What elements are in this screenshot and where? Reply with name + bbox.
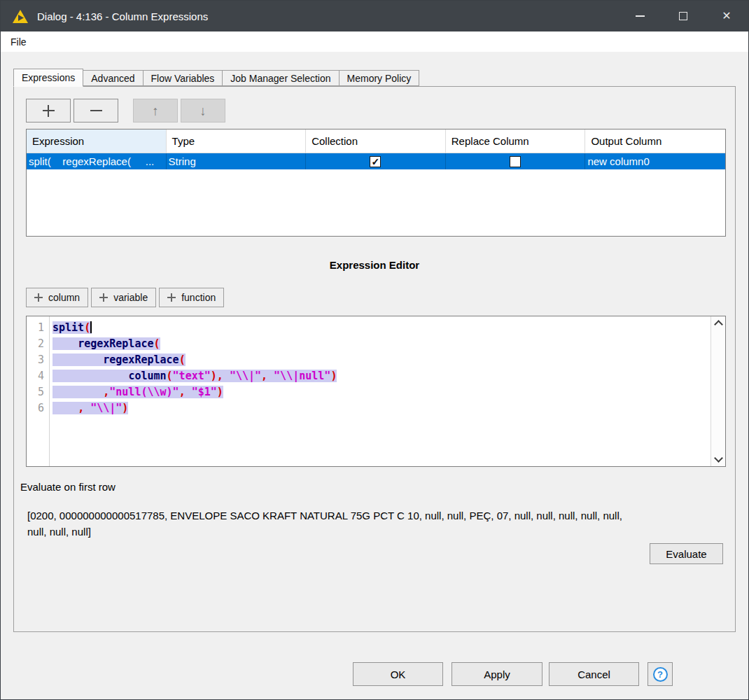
expressions-table: Expression Type Collection Replace Colum… [26,129,726,237]
add-function-label: function [181,292,216,303]
replace-column-checkbox[interactable] [510,156,521,167]
tab-flow-variables[interactable]: Flow Variables [143,70,223,86]
move-up-button[interactable]: ↑ [133,99,178,122]
window-controls: ✕ [618,1,748,31]
knime-node-icon [12,9,29,24]
line-number: 1 [27,320,44,336]
column-header-collection[interactable]: Collection [306,130,446,153]
add-variable-label: variable [113,292,148,303]
tab-memory-policy[interactable]: Memory Policy [339,70,420,86]
apply-button[interactable]: Apply [451,662,542,686]
insert-buttons-row: column variable function [26,288,723,307]
table-row[interactable]: split( regexReplace( ... String new colu… [27,153,725,169]
question-icon: ? [653,667,668,682]
add-variable-button[interactable]: variable [91,288,156,307]
title-bar: Dialog - 4:136 - Column Expressions ✕ [1,1,748,31]
collection-checkbox[interactable] [370,156,381,167]
maximize-icon [679,12,687,20]
tab-panel-expressions: ↑ ↓ Expression Type Collection Replace C… [13,86,736,632]
line-number-gutter: 123456 [27,316,50,466]
editor-scrollbar[interactable] [710,316,725,466]
move-down-button[interactable]: ↓ [181,99,225,122]
column-header-type[interactable]: Type [167,130,307,153]
chevron-down-icon[interactable] [714,454,723,463]
expressions-toolbar: ↑ ↓ [26,99,723,122]
code-line[interactable]: regexReplace( [52,336,710,352]
code-line[interactable]: ,"null(\\w)", "$1") [52,384,710,400]
table-empty-area [27,169,725,236]
minimize-icon [636,15,645,17]
column-header-replace-column[interactable]: Replace Column [446,130,586,153]
add-expression-button[interactable] [26,99,71,122]
evaluate-button[interactable]: Evaluate [650,543,723,564]
cancel-button[interactable]: Cancel [549,662,639,686]
close-button[interactable]: ✕ [705,1,748,31]
tab-advanced[interactable]: Advanced [83,70,143,86]
code-line[interactable]: , "\\|") [52,400,710,416]
cell-collection [306,153,446,169]
plus-icon [99,293,108,302]
chevron-up-icon[interactable] [714,320,723,329]
cell-output-column[interactable]: new column0 [585,153,725,169]
minimize-button[interactable] [618,1,662,31]
plus-icon [34,293,43,302]
code-area[interactable]: split( regexReplace( regexReplace( colum… [50,316,710,466]
line-number: 3 [27,352,44,368]
add-function-button[interactable]: function [159,288,224,307]
code-editor: 123456 split( regexReplace( regexReplace… [26,316,726,467]
code-line[interactable]: regexReplace( [52,352,710,368]
line-number: 4 [27,368,44,384]
expression-editor-heading: Expression Editor [26,259,723,271]
line-number: 5 [27,384,44,400]
minus-icon [90,110,102,111]
cell-expression[interactable]: split( regexReplace( ... [27,153,167,169]
add-column-label: column [48,292,80,303]
plus-icon [167,293,176,302]
cell-replace-column [446,153,586,169]
line-number: 6 [27,400,44,416]
arrow-up-icon: ↑ [152,104,159,118]
cell-type[interactable]: String [167,153,307,169]
column-header-output-column[interactable]: Output Column [585,130,725,153]
tab-bar: ExpressionsAdvancedFlow VariablesJob Man… [13,68,736,86]
table-header: Expression Type Collection Replace Colum… [27,130,725,153]
remove-expression-button[interactable] [74,99,118,122]
line-number: 2 [27,336,44,352]
window-title: Dialog - 4:136 - Column Expressions [37,10,618,22]
evaluate-on-first-row-label: Evaluate on first row [20,481,723,493]
dialog-window: Dialog - 4:136 - Column Expressions ✕ Fi… [0,0,749,700]
arrow-down-icon: ↓ [200,104,206,118]
add-column-button[interactable]: column [26,288,88,307]
tab-job-manager-selection[interactable]: Job Manager Selection [222,70,339,86]
tab-expressions[interactable]: Expressions [13,69,83,87]
column-header-expression[interactable]: Expression [27,130,167,153]
menu-item-file[interactable]: File [4,31,33,52]
ok-button[interactable]: OK [353,662,443,686]
text-cursor [90,321,92,333]
plus-icon [43,105,55,117]
maximize-button[interactable] [662,1,705,31]
code-line[interactable]: split( [52,320,710,336]
code-line[interactable]: column("text"), "\\|", "\\|null") [52,368,710,384]
close-icon: ✕ [722,10,731,22]
help-button[interactable]: ? [648,662,673,686]
evaluation-result: [0200, 000000000000517785, ENVELOPE SACO… [27,507,638,540]
menu-bar: File [1,31,748,52]
